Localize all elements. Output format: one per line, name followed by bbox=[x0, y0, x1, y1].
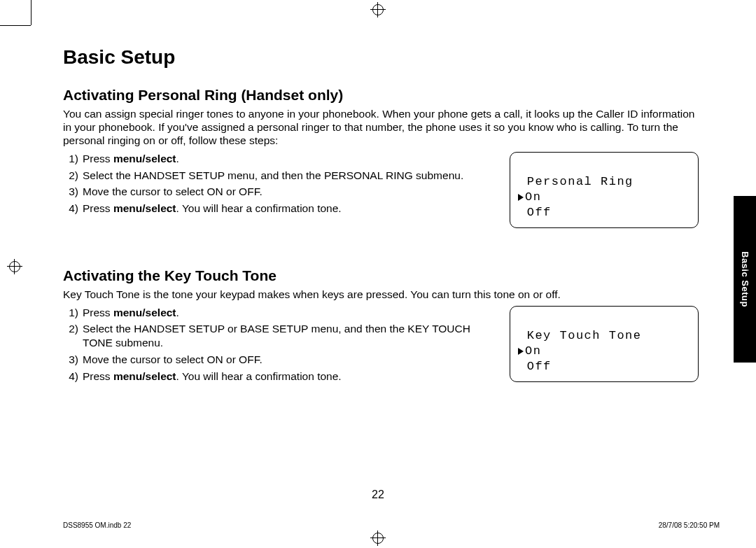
section1-intro: You can assign special ringer tones to a… bbox=[63, 108, 699, 148]
lcd-personal-ring: Personal Ring On Off bbox=[510, 152, 699, 228]
section2-heading: Activating the Key Touch Tone bbox=[63, 267, 699, 284]
lcd-title: Personal Ring bbox=[519, 175, 634, 188]
content-area: Basic Setup Activating Personal Ring (Ha… bbox=[63, 46, 699, 386]
manual-page: Basic Setup Basic Setup Activating Perso… bbox=[0, 0, 756, 548]
registration-mark-left bbox=[7, 259, 22, 274]
page-title: Basic Setup bbox=[63, 46, 699, 69]
section2: Activating the Key Touch Tone Key Touch … bbox=[63, 267, 699, 386]
list-item: 1)Press menu/select. bbox=[80, 152, 490, 166]
list-item: 2)Select the HANDSET SETUP or BASE SETUP… bbox=[80, 322, 490, 350]
lcd-option-on: On bbox=[525, 190, 541, 204]
crop-mark-vertical bbox=[31, 0, 31, 25]
footer-left: DSS8955 OM.indb 22 bbox=[63, 521, 131, 529]
crop-mark-horizontal bbox=[0, 25, 31, 26]
side-tab-label: Basic Setup bbox=[740, 251, 750, 307]
section2-intro: Key Touch Tone is the tone your keypad m… bbox=[63, 288, 699, 302]
side-tab: Basic Setup bbox=[734, 196, 756, 363]
list-item: 4)Press menu/select. You will hear a con… bbox=[80, 370, 490, 384]
list-item: 2)Select the HANDSET SETUP menu, and the… bbox=[80, 169, 490, 183]
registration-mark-bottom bbox=[370, 531, 386, 546]
section1-heading: Activating Personal Ring (Handset only) bbox=[63, 87, 699, 104]
page-number: 22 bbox=[0, 489, 756, 501]
footer-right: 28/7/08 5:20:50 PM bbox=[659, 521, 720, 529]
cursor-icon bbox=[518, 348, 524, 355]
lcd-option-off: Off bbox=[519, 206, 552, 219]
lcd-title: Key Touch Tone bbox=[519, 329, 642, 342]
list-item: 3)Move the cursor to select ON or OFF. bbox=[80, 185, 490, 199]
section1-steps: 1)Press menu/select. 2)Select the HANDSE… bbox=[63, 152, 490, 218]
section2-steps: 1)Press menu/select. 2)Select the HANDSE… bbox=[63, 306, 490, 386]
lcd-option-off: Off bbox=[519, 360, 552, 373]
section2-row: 1)Press menu/select. 2)Select the HANDSE… bbox=[63, 306, 699, 386]
lcd-key-touch-tone: Key Touch Tone On Off bbox=[510, 306, 699, 382]
list-item: 3)Move the cursor to select ON or OFF. bbox=[80, 353, 490, 367]
cursor-icon bbox=[518, 194, 524, 201]
list-item: 1)Press menu/select. bbox=[80, 306, 490, 320]
list-item: 4)Press menu/select. You will hear a con… bbox=[80, 202, 490, 216]
lcd-option-on: On bbox=[525, 344, 541, 358]
footer: DSS8955 OM.indb 22 28/7/08 5:20:50 PM bbox=[63, 521, 720, 529]
registration-mark-top bbox=[370, 2, 386, 17]
section1-row: 1)Press menu/select. 2)Select the HANDSE… bbox=[63, 152, 699, 228]
